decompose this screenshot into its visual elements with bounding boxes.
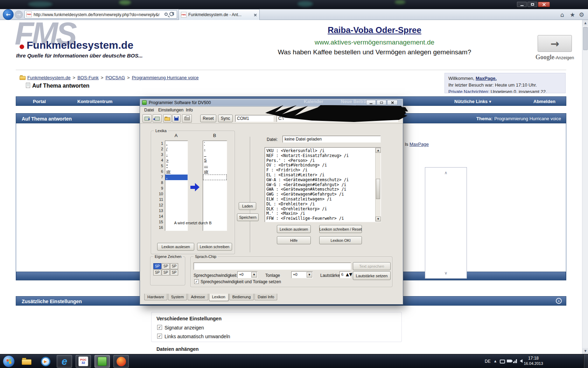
lexikon-schreiben-reset-button[interactable]: Lexikon schreiben / Reset [319,225,362,233]
speech-text-input[interactable] [194,263,351,270]
list-a-item[interactable] [165,186,188,191]
breadcrumb-link-pocsag[interactable]: POCSAG [105,75,125,80]
taskbar-dv500-button[interactable] [94,355,110,368]
eigene-zeichen-cell[interactable]: SP [153,263,161,269]
list-b-item[interactable]: - [203,146,227,152]
scrollbar-thumb[interactable] [583,27,588,50]
list-b-item[interactable]: _ [203,152,227,158]
list-b-item[interactable] [203,186,227,191]
taskbar-mediaplayer-button[interactable]: ▶ [38,355,53,368]
scroll-down-icon[interactable]: ∨ [425,271,467,275]
read-device-button[interactable] [142,114,152,123]
eigene-zeichen-cell[interactable]: SP [162,263,170,269]
tab-lexikon[interactable]: Lexikon [209,294,229,301]
window-close-button[interactable] [538,2,550,7]
volume-spinner[interactable]: 6 ▲▼ [340,271,351,278]
reset-button[interactable]: Reset [200,115,216,122]
lexikon-list-b[interactable]: '-_S—str [203,141,227,231]
list-a-item[interactable] [165,191,188,197]
start-button[interactable] [3,355,15,367]
nav-kontrollzentrum[interactable]: Kontrollzentrum [77,99,112,104]
speed-dropdown[interactable]: +0 ▼ [237,271,258,278]
show-desktop-button[interactable] [583,354,588,368]
tonlage-dropdown[interactable]: +0 ▼ [291,271,313,278]
lexikon-schreiben-a-button[interactable]: Lexikon schreiben [197,243,232,251]
clock[interactable]: 17:18 16.04.2013 [522,356,545,366]
eigene-zeichen-cell[interactable]: SP [170,270,178,275]
username-link[interactable]: MaxPage. [476,76,497,81]
speichern-button[interactable]: Speichern [237,213,259,221]
display-tray-icon[interactable] [500,360,505,363]
signatur-checkbox[interactable]: ✓ [157,325,162,330]
network-tray-icon[interactable] [513,359,517,363]
tab-close-icon[interactable] [254,13,257,16]
dropdown-caret-icon[interactable]: ▼ [251,272,257,278]
taskbar-red-app-button[interactable] [113,355,129,368]
dropdown-caret-icon[interactable]: ▼ [307,272,312,278]
list-a-item[interactable]: str [165,169,188,175]
list-b-item[interactable] [203,214,227,219]
breadcrumb-link-thread[interactable]: Programmierung Hurricane voice [132,75,199,80]
refresh-icon[interactable] [169,12,174,16]
lexikon-auslesen-button[interactable]: Lexikon auslesen [277,225,311,233]
spin-down-icon[interactable]: ▼ [349,272,352,277]
speed-tone-checkbox[interactable]: ✓ [194,279,199,284]
scroll-up-icon[interactable]: ∧ [425,170,467,175]
breadcrumb-link-bosfunk[interactable]: BOS-Funk [77,75,99,80]
list-a-item[interactable] [165,203,188,208]
eigene-zeichen-cell[interactable]: SP [162,270,170,275]
list-b-item[interactable] [203,180,227,186]
scrollbar-thumb[interactable] [376,179,380,199]
list-b-item[interactable]: ' [203,141,227,146]
nav-nuetzliche-links[interactable]: Nützliche Links▼ [454,99,491,104]
spin-up-icon[interactable]: ▲ [346,272,349,277]
private-messages-link[interactable]: Private Nachrichten [448,89,488,93]
list-a-item[interactable]: . [165,175,188,180]
menu-info[interactable]: Info [186,108,193,113]
settings-gear-icon[interactable]: ⚙ [579,11,584,18]
tab-adresse[interactable]: Adresse [188,294,208,300]
lautstaerke-setzen-button[interactable]: Lautstärke setzen [353,271,391,280]
list-b-item[interactable]: str [203,169,227,175]
power-tray-icon[interactable] [507,360,512,362]
list-a-item[interactable]: . [165,141,188,146]
ad-next-button[interactable]: → [538,35,572,52]
menu-datei[interactable]: Datei [144,108,154,113]
sync-button[interactable]: Sync [218,115,233,122]
list-b-item[interactable] [203,225,227,231]
window-minimize-button[interactable] [517,2,527,7]
save-file-button[interactable] [172,114,181,123]
scroll-up-button[interactable]: ▲ [376,148,381,153]
list-a-item[interactable]: / [165,146,188,152]
browser-tab[interactable]: FMS Funkmeldesystem.de - Ant... [178,9,260,20]
list-a-item[interactable] [165,214,188,219]
lexikon-list-a[interactable]: ./->*str. [165,141,188,231]
breadcrumb-link-home[interactable]: Funkmeldesystem.de [27,75,71,80]
open-file-button[interactable] [163,114,172,123]
favorites-star-icon[interactable]: ★ [570,11,575,18]
taskbar-poc32-button[interactable]: POC 32 [76,355,91,368]
list-b-item[interactable] [203,197,227,203]
list-a-item[interactable] [165,208,188,214]
list-a-item[interactable] [165,180,188,186]
maxpage-link[interactable]: MaxPage [410,142,429,147]
scroll-down-button[interactable]: ▼ [376,217,381,222]
eigene-zeichen-cell[interactable]: SP [153,270,161,275]
links-checkbox[interactable]: ✓ [157,334,162,339]
lexikon-auslesen-a-button[interactable]: Lexikon auslesen [157,243,194,251]
list-a-item[interactable] [165,225,188,231]
window-maximize-button[interactable] [527,2,537,7]
list-b-item[interactable] [203,203,227,208]
list-b-item[interactable] [203,208,227,214]
taskbar-explorer-button[interactable] [19,355,34,368]
scrollbar-up-icon[interactable]: ▲ [582,20,588,26]
search-icon[interactable] [164,13,168,16]
nav-portal[interactable]: Portal [33,99,46,104]
language-indicator[interactable]: DE [485,359,491,364]
list-a-item[interactable]: > [165,158,188,163]
tray-expand-icon[interactable]: ▲ [494,360,496,363]
tab-system[interactable]: System [168,294,187,300]
page-scrollbar[interactable]: ▲ ▼ [582,20,588,354]
write-device-button[interactable] [153,114,162,123]
collapse-toggle-icon[interactable]: ∧ [556,298,562,304]
